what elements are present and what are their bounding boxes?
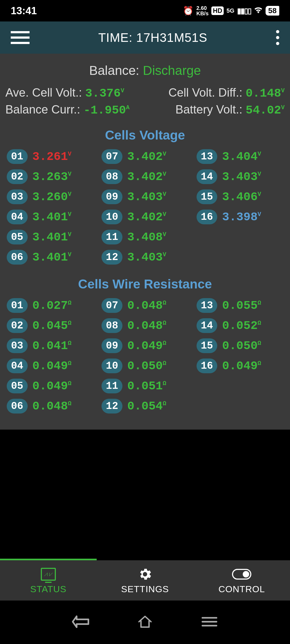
resistance-cell-02: 020.045Ω [7,318,93,333]
menu-icon[interactable] [11,31,30,44]
tab-control[interactable]: CONTROL [193,560,290,601]
voltage-cell-16: 163.398V [197,210,283,224]
balance-current: Balance Curr.: -1.950A [5,103,142,117]
resistance-cell-16: 160.049Ω [197,358,283,373]
battery-level: 58 [266,6,279,16]
resistance-cells-grid: 010.027Ω 020.045Ω 030.041Ω 040.049Ω 050.… [3,298,287,422]
voltage-section-title: Cells Voltage [3,128,287,142]
voltage-cell-11: 113.408V [102,230,188,244]
voltage-cell-15: 153.406V [197,189,283,204]
toggle-icon [232,567,251,582]
app-header: TIME: 17H31M51S [0,21,290,54]
status-indicators: ⏰ 2.60 KB/s HD 5G ▮▮▯▯ 58 [183,5,279,16]
voltage-cell-01: 013.261V [7,149,93,164]
more-icon[interactable] [276,30,279,45]
voltage-cell-06: 063.401V [7,250,93,265]
system-nav [0,601,290,644]
resistance-cell-01: 010.027Ω [7,298,93,313]
cell-voltage-diff: Cell Volt. Diff.: 0.148V [148,86,285,100]
voltage-cell-02: 023.263V [7,169,93,184]
resistance-cell-11: 110.051Ω [102,379,188,393]
voltage-cell-03: 033.260V [7,189,93,204]
balance-label: Balance: [89,63,143,78]
resistance-cell-08: 080.048Ω [102,318,188,333]
wifi-icon [254,6,263,16]
main-content: Balance: Discharge Ave. Cell Volt.: 3.37… [0,54,290,430]
voltage-cell-14: 143.403V [197,169,283,184]
resistance-cell-10: 100.050Ω [102,358,188,373]
home-button[interactable] [136,615,154,630]
resistance-cell-04: 040.049Ω [7,358,93,373]
network-speed: 2.60 KB/s [196,5,209,16]
balance-status: Balance: Discharge [3,63,287,78]
back-button[interactable] [71,615,90,630]
resistance-cell-13: 130.055Ω [197,298,283,313]
monitor-icon: ⩘⩗ [41,567,56,582]
hd-badge: HD [211,6,224,15]
voltage-cell-08: 083.402V [102,169,188,184]
voltage-cell-10: 103.402V [102,210,188,224]
tab-status[interactable]: ⩘⩗ STATUS [0,560,97,601]
resistance-cell-06: 060.048Ω [7,399,93,414]
clock: 13:41 [11,5,37,17]
voltage-cell-07: 073.402V [102,149,188,164]
voltage-cell-13: 133.404V [197,149,283,164]
resistance-cell-15: 150.050Ω [197,338,283,353]
avg-cell-voltage: Ave. Cell Volt.: 3.376V [5,86,142,100]
resistance-cell-09: 090.049Ω [102,338,188,353]
resistance-cell-03: 030.041Ω [7,338,93,353]
resistance-cell-14: 140.052Ω [197,318,283,333]
voltage-cell-04: 043.401V [7,210,93,224]
battery-voltage: Battery Volt.: 54.02V [148,103,285,117]
system-status-bar: 13:41 ⏰ 2.60 KB/s HD 5G ▮▮▯▯ 58 [0,0,290,21]
signal-icon: ▮▮▯▯ [237,6,251,15]
voltage-cell-05: 053.401V [7,230,93,244]
voltage-cells-grid: 013.261V 023.263V 033.260V 043.401V 053.… [3,149,287,273]
bottom-nav: ⩘⩗ STATUS SETTINGS CONTROL [0,560,290,601]
alarm-icon: ⏰ [183,6,194,16]
voltage-cell-09: 093.403V [102,189,188,204]
gear-icon [137,567,153,582]
resistance-cell-12: 120.054Ω [102,399,188,414]
recents-button[interactable] [200,615,219,630]
page-title: TIME: 17H31M51S [98,30,207,45]
balance-value: Discharge [143,63,201,78]
resistance-cell-05: 050.049Ω [7,379,93,393]
resistance-cell-07: 070.048Ω [102,298,188,313]
network-type: 5G [226,7,234,14]
voltage-cell-12: 123.403V [102,250,188,265]
resistance-section-title: Cells Wire Resistance [3,277,287,291]
stats-grid: Ave. Cell Volt.: 3.376V Cell Volt. Diff.… [3,86,287,124]
tab-settings[interactable]: SETTINGS [97,560,193,601]
